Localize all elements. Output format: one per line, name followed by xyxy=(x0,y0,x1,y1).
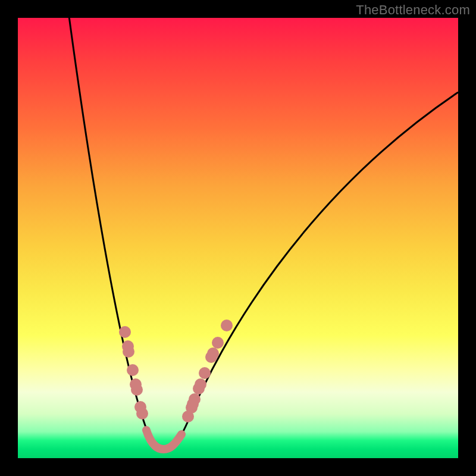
watermark-label: TheBottleneck.com xyxy=(356,2,470,18)
marker-dot xyxy=(123,346,134,358)
plot-area xyxy=(18,18,458,458)
chart-svg xyxy=(18,18,458,458)
marker-cluster-right xyxy=(182,320,233,422)
marker-dot xyxy=(212,337,224,349)
curve-left-branch xyxy=(68,12,164,450)
marker-dot xyxy=(127,364,139,376)
marker-dot xyxy=(131,384,143,396)
chart-frame: TheBottleneck.com xyxy=(0,0,476,476)
bottom-thick-segment xyxy=(146,430,181,449)
marker-dot xyxy=(221,320,233,331)
marker-dot xyxy=(199,367,211,379)
marker-dot xyxy=(189,393,201,405)
marker-dot xyxy=(207,347,219,359)
marker-dot xyxy=(119,326,131,338)
marker-dot xyxy=(195,378,206,390)
marker-dot xyxy=(136,408,148,419)
curve-right-branch xyxy=(164,92,458,450)
